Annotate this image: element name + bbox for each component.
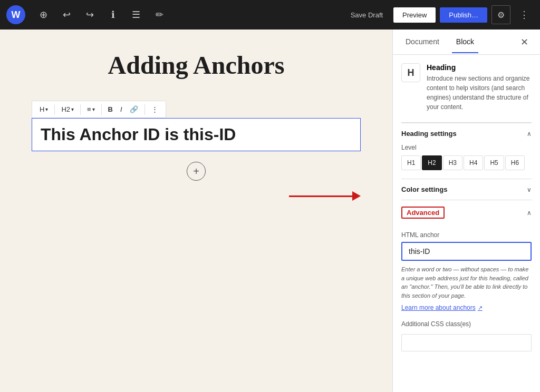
align-btn[interactable]: ≡ ▾ xyxy=(84,103,98,115)
add-block-inline-btn[interactable]: + xyxy=(187,162,206,181)
editor-area: Adding Anchors H ▾ H2 ▾ ≡ ▾ B xyxy=(0,30,392,392)
heading-settings-section: Heading settings ∧ Level H1 H2 H3 H4 H5 … xyxy=(401,122,532,179)
arrow-head xyxy=(352,191,361,201)
html-anchor-help: Enter a word or two — without spaces — t… xyxy=(401,265,532,300)
heading-settings-chevron: ∧ xyxy=(527,130,532,138)
advanced-badge: Advanced xyxy=(401,207,445,219)
heading-levels: H1 H2 H3 H4 H5 H6 xyxy=(401,155,532,170)
block-description: Introduce new sections and organize cont… xyxy=(427,74,532,112)
heading-block[interactable]: This Anchor ID is this-ID xyxy=(32,118,361,151)
html-anchor-input[interactable] xyxy=(401,242,532,261)
level-h6-btn[interactable]: H6 xyxy=(505,155,525,170)
toolbar-separator-2 xyxy=(80,104,81,115)
external-link-icon: ↗ xyxy=(478,305,483,311)
advanced-section: Advanced ∧ HTML anchor Enter a word or t… xyxy=(401,200,532,351)
top-toolbar: W ⊕ ↩ ↪ ℹ ☰ ✏ Save Draft Preview Publish… xyxy=(0,0,540,30)
level-h2-btn[interactable]: H2 xyxy=(422,155,441,170)
block-info: H Heading Introduce new sections and org… xyxy=(401,63,532,112)
toolbar-separator-1 xyxy=(54,104,55,115)
preview-button[interactable]: Preview xyxy=(393,7,436,23)
italic-btn[interactable]: I xyxy=(117,103,126,115)
color-settings-section[interactable]: Color settings ∨ xyxy=(401,179,532,200)
color-settings-title: Color settings xyxy=(401,185,447,193)
add-block-toolbar-btn[interactable]: ⊕ xyxy=(34,5,53,24)
publish-button[interactable]: Publish… xyxy=(440,7,487,23)
list-view-btn[interactable]: ☰ xyxy=(127,5,146,24)
arrow-line xyxy=(289,195,352,197)
red-arrow-container xyxy=(32,191,361,201)
more-options-button[interactable]: ⋮ xyxy=(515,5,534,24)
right-sidebar: Document Block ✕ H Heading Introduce new… xyxy=(392,30,540,392)
block-type-icon: H xyxy=(401,63,420,82)
html-anchor-label: HTML anchor xyxy=(401,231,532,239)
save-draft-button[interactable]: Save Draft xyxy=(344,8,389,22)
level-label: Level xyxy=(401,144,532,151)
settings-button[interactable]: ⚙ xyxy=(491,5,510,24)
main-layout: Adding Anchors H ▾ H2 ▾ ≡ ▾ B xyxy=(0,30,540,392)
red-arrow xyxy=(289,191,361,201)
level-h5-btn[interactable]: H5 xyxy=(484,155,504,170)
edit-btn[interactable]: ✏ xyxy=(150,5,169,24)
sidebar-close-btn[interactable]: ✕ xyxy=(517,35,532,50)
undo-btn[interactable]: ↩ xyxy=(57,5,76,24)
heading-block-text: This Anchor ID is this-ID xyxy=(41,125,352,144)
sidebar-body: H Heading Introduce new sections and org… xyxy=(393,55,540,363)
add-block-row: + xyxy=(32,162,361,181)
advanced-header[interactable]: Advanced ∧ xyxy=(401,200,532,225)
tab-block[interactable]: Block xyxy=(452,31,478,53)
color-settings-chevron: ∨ xyxy=(527,186,532,193)
sidebar-tabs: Document Block ✕ xyxy=(393,30,540,55)
level-h4-btn[interactable]: H4 xyxy=(464,155,483,170)
heading-settings-title: Heading settings xyxy=(401,130,457,138)
learn-more-link[interactable]: Learn more about anchors ↗ xyxy=(401,304,483,311)
level-h3-btn[interactable]: H3 xyxy=(443,155,462,170)
block-toolbar: H ▾ H2 ▾ ≡ ▾ B I 🔗 ⋮ xyxy=(32,101,166,118)
heading-level-btn[interactable]: H2 ▾ xyxy=(58,103,77,115)
learn-more-text: Learn more about anchors xyxy=(401,304,476,311)
tab-document[interactable]: Document xyxy=(401,31,443,53)
heading-settings-header[interactable]: Heading settings ∧ xyxy=(401,123,532,144)
block-info-text: Heading Introduce new sections and organ… xyxy=(427,63,532,112)
page-title: Adding Anchors xyxy=(32,51,361,80)
advanced-chevron: ∧ xyxy=(527,209,532,217)
level-h1-btn[interactable]: H1 xyxy=(401,155,421,170)
toolbar-separator-4 xyxy=(144,104,145,115)
link-btn[interactable]: 🔗 xyxy=(127,103,141,115)
more-btn[interactable]: ⋮ xyxy=(148,103,161,115)
block-name: Heading xyxy=(427,63,532,72)
wp-logo[interactable]: W xyxy=(6,5,25,24)
redo-btn[interactable]: ↪ xyxy=(80,5,99,24)
block-type-h-btn[interactable]: H ▾ xyxy=(36,103,51,115)
editor-content: Adding Anchors H ▾ H2 ▾ ≡ ▾ B xyxy=(32,51,361,201)
css-class-label: Additional CSS class(es) xyxy=(401,320,532,328)
toolbar-separator-3 xyxy=(101,104,102,115)
bold-btn[interactable]: B xyxy=(105,103,116,115)
css-class-input[interactable] xyxy=(401,334,532,351)
info-btn[interactable]: ℹ xyxy=(103,5,122,24)
